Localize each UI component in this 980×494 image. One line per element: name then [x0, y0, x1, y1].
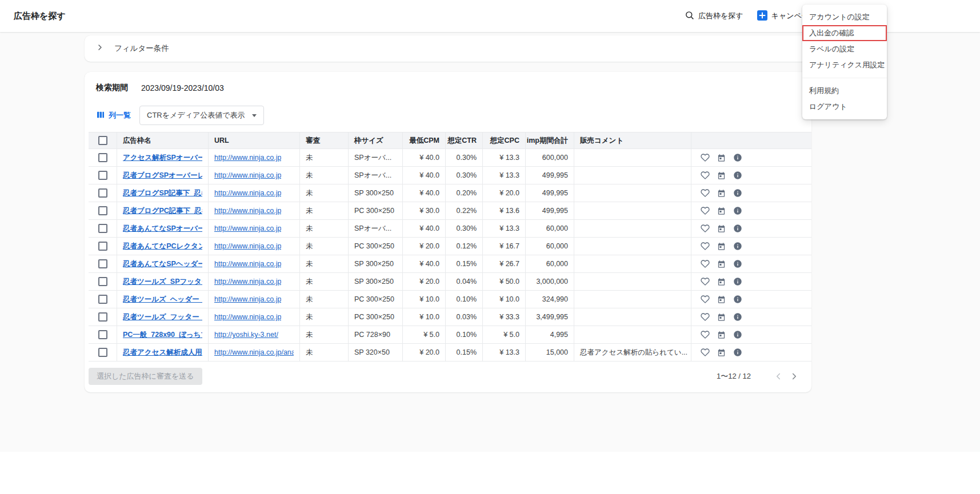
favorite-heart-icon[interactable] — [701, 295, 710, 304]
calendar-icon[interactable] — [717, 348, 726, 357]
table-row: 忍者あんてなPCレクタングルhttp://www.ninja.co.jp未PC … — [89, 238, 811, 255]
info-icon[interactable] — [733, 259, 742, 268]
est-ctr-cell: 0.30% — [446, 149, 483, 166]
ad-slot-name-link[interactable]: 忍者あんてなSPオーバーレイ_ — [123, 224, 202, 234]
info-icon[interactable] — [733, 277, 742, 286]
ad-slot-name-link[interactable]: PC一般_728x90_ぼっちブログ — [123, 330, 202, 340]
send-review-button[interactable]: 選択した広告枠に審査を送る — [89, 368, 202, 385]
menu-item-label-settings[interactable]: ラベルの設定 — [802, 41, 887, 57]
row-checkbox[interactable] — [98, 242, 107, 251]
favorite-heart-icon[interactable] — [701, 153, 710, 162]
calendar-icon[interactable] — [717, 313, 726, 322]
row-checkbox[interactable] — [98, 224, 107, 233]
ad-slot-name-link[interactable]: 忍者ツールズ_SPフッター_忍 — [123, 277, 202, 287]
row-actions-cell — [691, 220, 811, 237]
calendar-icon[interactable] — [717, 189, 726, 198]
select-all-checkbox[interactable] — [98, 136, 107, 145]
imp-total-cell: 60,000 — [526, 238, 574, 255]
url-link[interactable]: http://yoshi.ky-3.net/ — [214, 331, 278, 339]
favorite-heart-icon[interactable] — [701, 277, 710, 286]
ad-slot-name-link[interactable]: 忍者ブログPC記事下_忍者ツー — [123, 206, 202, 216]
url-link[interactable]: http://www.ninja.co.jp — [214, 295, 281, 303]
info-icon[interactable] — [733, 330, 742, 339]
row-checkbox[interactable] — [98, 277, 107, 286]
calendar-icon[interactable] — [717, 331, 726, 339]
url-link[interactable]: http://www.ninja.co.jp — [214, 224, 281, 232]
filter-panel-toggle[interactable]: フィルター条件 — [85, 35, 811, 62]
info-icon[interactable] — [733, 242, 742, 251]
info-icon[interactable] — [733, 224, 742, 233]
row-checkbox[interactable] — [98, 330, 107, 339]
menu-item-terms[interactable]: 利用規約 — [802, 83, 887, 99]
row-checkbox[interactable] — [98, 153, 107, 162]
ctr-display-select[interactable]: CTRをメディア公表値で表示 — [139, 106, 264, 125]
menu-item-account-settings[interactable]: アカウントの設定 — [802, 9, 887, 25]
ad-slot-name-link[interactable]: 忍者あんてなSPヘッダー_忍者 — [123, 259, 202, 269]
calendar-icon[interactable] — [717, 260, 726, 268]
favorite-heart-icon[interactable] — [701, 312, 710, 322]
min-cpm-cell: ¥ 20.0 — [403, 344, 446, 361]
url-link[interactable]: http://www.ninja.co.jp — [214, 154, 281, 162]
info-icon[interactable] — [733, 206, 742, 215]
ad-slot-name-link[interactable]: アクセス解析SPオーバーレイ_ — [123, 153, 202, 163]
url-link[interactable]: http://www.ninja.co.jp — [214, 313, 281, 321]
ad-slot-name-link[interactable]: 忍者アクセス解析成人用オーバ — [123, 348, 202, 358]
row-checkbox[interactable] — [98, 295, 107, 304]
url-link[interactable]: http://www.ninja.co.jp — [214, 171, 281, 179]
row-checkbox[interactable] — [98, 259, 107, 268]
calendar-icon[interactable] — [717, 207, 726, 215]
url-link[interactable]: http://www.ninja.co.jp — [214, 242, 281, 250]
next-page-button[interactable] — [786, 368, 802, 384]
url-link[interactable]: http://www.ninja.co.jp — [214, 278, 281, 286]
url-link[interactable]: http://www.ninja.co.jp — [214, 260, 281, 268]
row-checkbox[interactable] — [98, 312, 107, 322]
header-search-button[interactable]: 広告枠を探す — [685, 10, 743, 22]
favorite-heart-icon[interactable] — [701, 224, 710, 233]
est-cpc-cell: ¥ 50.0 — [483, 273, 526, 290]
row-checkbox[interactable] — [98, 348, 107, 357]
favorite-heart-icon[interactable] — [701, 348, 710, 357]
ctr-display-select-value: CTRをメディア公表値で表示 — [147, 110, 245, 121]
menu-item-logout[interactable]: ログアウト — [802, 99, 887, 115]
est-cpc-cell: ¥ 13.3 — [483, 344, 526, 361]
favorite-heart-icon[interactable] — [701, 330, 710, 339]
ad-slot-name-link[interactable]: 忍者ブログSP記事下_忍者ツー — [123, 188, 202, 198]
header-search-label: 広告枠を探す — [698, 11, 743, 21]
menu-item-analytics-settings[interactable]: アナリティクス用設定 — [802, 57, 887, 73]
imp-total-cell: 499,995 — [526, 202, 574, 219]
calendar-icon[interactable] — [717, 224, 726, 233]
est-cpc-cell: ¥ 13.3 — [483, 220, 526, 237]
prev-page-button[interactable] — [770, 368, 786, 384]
url-link[interactable]: http://www.ninja.co.jp — [214, 207, 281, 215]
calendar-icon[interactable] — [717, 295, 726, 304]
url-link[interactable]: http://www.ninja.co.jp — [214, 189, 281, 197]
calendar-icon[interactable] — [717, 278, 726, 286]
info-icon[interactable] — [733, 171, 742, 180]
row-checkbox[interactable] — [98, 171, 107, 180]
info-icon[interactable] — [733, 153, 742, 162]
calendar-icon[interactable] — [717, 171, 726, 180]
row-select-cell — [89, 308, 117, 326]
ad-slot-name-link[interactable]: 忍者ツールズ_ヘッダー_忍者ツ — [123, 295, 202, 304]
favorite-heart-icon[interactable] — [701, 259, 710, 268]
info-icon[interactable] — [733, 312, 742, 322]
size-cell: PC 300×250 — [349, 308, 403, 326]
row-checkbox[interactable] — [98, 206, 107, 215]
ad-slot-name-link[interactable]: 忍者ツールズ_フッター_忍者ツ — [123, 312, 202, 322]
favorite-heart-icon[interactable] — [701, 242, 710, 251]
favorite-heart-icon[interactable] — [701, 171, 710, 180]
min-cpm-cell: ¥ 20.0 — [403, 238, 446, 255]
ad-slot-name-link[interactable]: 忍者ブログSPオーバーレイ_忍 — [123, 171, 202, 180]
calendar-icon[interactable] — [717, 154, 726, 162]
info-icon[interactable] — [733, 295, 742, 304]
column-list-button[interactable]: 列一覧 — [96, 110, 131, 121]
ad-slot-name-link[interactable]: 忍者あんてなPCレクタングル — [123, 242, 202, 251]
favorite-heart-icon[interactable] — [701, 206, 710, 215]
row-checkbox[interactable] — [98, 188, 107, 198]
info-icon[interactable] — [733, 188, 742, 198]
favorite-heart-icon[interactable] — [701, 188, 710, 198]
info-icon[interactable] — [733, 348, 742, 357]
url-link[interactable]: http://www.ninja.co.jp/anal — [214, 348, 294, 356]
menu-item-deposit-withdrawal[interactable]: 入出金の確認 — [802, 25, 887, 41]
calendar-icon[interactable] — [717, 242, 726, 251]
